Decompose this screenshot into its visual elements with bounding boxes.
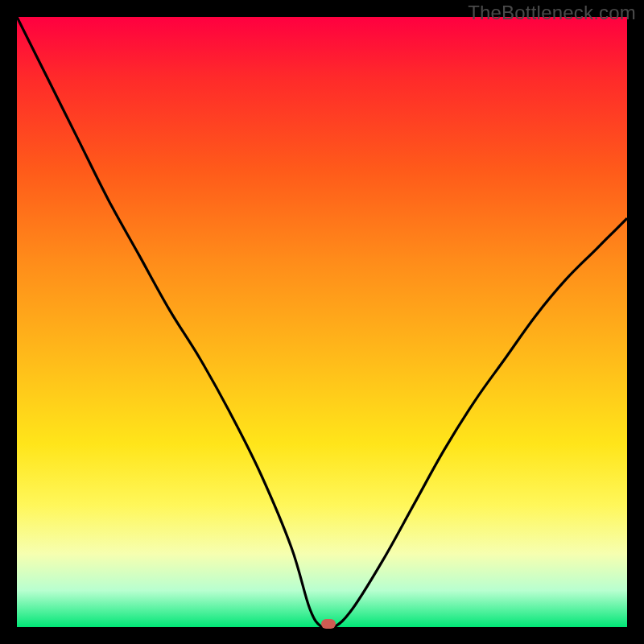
- watermark-text: TheBottleneck.com: [468, 2, 636, 24]
- optimal-point-marker: [321, 619, 336, 629]
- bottleneck-curve: [17, 17, 627, 627]
